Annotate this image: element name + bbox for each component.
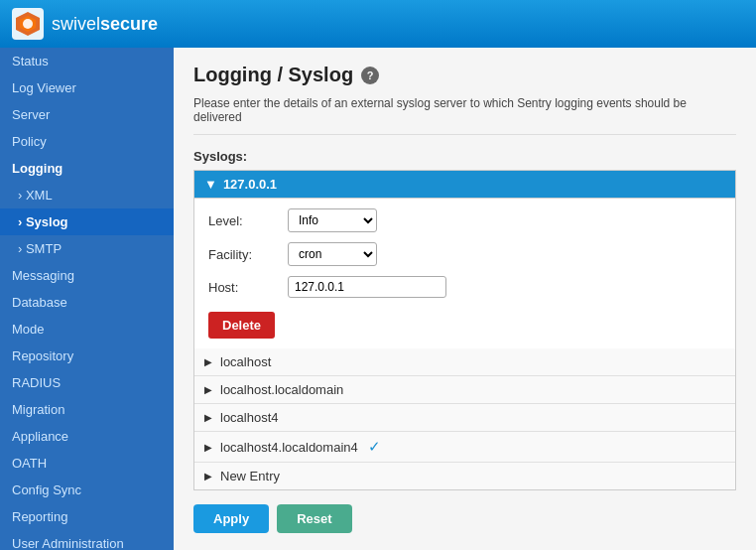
arrow-icon: ▶ [204,384,212,395]
sidebar-item-database[interactable]: Database [0,289,174,316]
sidebar-item-radius[interactable]: RADIUS [0,369,174,396]
sidebar-item-status[interactable]: Status [0,48,174,74]
syslog-form-127001: Level: Info Debug Warning Error Critical… [194,198,735,348]
arrow-icon: ▶ [204,442,212,453]
arrow-icon: ▼ [204,177,217,192]
arrow-icon: ▶ [204,412,212,423]
reset-button[interactable]: Reset [277,504,351,533]
level-row: Level: Info Debug Warning Error Critical [208,208,721,232]
sidebar-item-server[interactable]: Server [0,101,174,128]
host-row: Host: [208,276,721,298]
syslog-entry-localhost-localdomain[interactable]: ▶ localhost.localdomain [194,376,735,404]
check-icon: ✓ [368,438,381,456]
syslogs-label: Syslogs: [193,149,736,164]
sidebar-item-config-sync[interactable]: Config Sync [0,477,174,503]
page-header: Logging / Syslog ? [193,64,736,86]
arrow-icon: ▶ [204,471,212,481]
syslog-entry-label: localhost.localdomain [220,382,343,397]
sidebar-item-xml[interactable]: › XML [0,182,174,208]
sidebar: Status Log Viewer Server Policy Logging … [0,48,174,550]
sidebar-item-user-admin[interactable]: User Administration [0,530,174,550]
level-select[interactable]: Info Debug Warning Error Critical [288,208,377,232]
facility-select[interactable]: cron kern user mail daemon [288,242,377,266]
syslog-entry-label: 127.0.0.1 [223,177,277,192]
action-buttons: Apply Reset [193,504,736,533]
arrow-icon: ▶ [204,356,212,367]
syslog-entry-localhost4-localdomain4[interactable]: ▶ localhost4.localdomain4 ✓ [194,432,735,463]
logo-text: swivelsecure [52,14,158,35]
logo-icon [12,8,44,40]
page-title: Logging / Syslog [193,64,353,86]
sidebar-item-syslog[interactable]: › Syslog [0,208,174,235]
sidebar-item-policy[interactable]: Policy [0,128,174,155]
delete-button[interactable]: Delete [208,312,275,339]
page-description: Please enter the details of an external … [193,96,736,135]
logo: swivelsecure [12,8,158,40]
sidebar-item-migration[interactable]: Migration [0,396,174,423]
svg-point-3 [23,19,33,29]
syslog-entry-127001[interactable]: ▼ 127.0.0.1 [194,171,735,198]
syslog-entry-localhost4[interactable]: ▶ localhost4 [194,404,735,432]
app-header: swivelsecure [0,0,756,48]
syslog-list: ▼ 127.0.0.1 Level: Info Debug Warning Er… [193,170,736,490]
host-input[interactable] [288,276,446,298]
syslog-entry-label: New Entry [220,469,280,483]
sidebar-item-mode[interactable]: Mode [0,316,174,343]
host-label: Host: [208,280,288,295]
level-label: Level: [208,213,288,228]
sidebar-item-appliance[interactable]: Appliance [0,423,174,450]
sidebar-item-repository[interactable]: Repository [0,343,174,369]
sidebar-item-smtp[interactable]: › SMTP [0,235,174,262]
sidebar-item-oath[interactable]: OATH [0,450,174,477]
facility-label: Facility: [208,247,288,262]
sidebar-item-reporting[interactable]: Reporting [0,503,174,530]
syslog-entry-localhost[interactable]: ▶ localhost [194,348,735,376]
sidebar-item-log-viewer[interactable]: Log Viewer [0,74,174,101]
syslog-entry-label: localhost4.localdomain4 [220,440,358,455]
syslog-entry-new-entry[interactable]: ▶ New Entry [194,463,735,489]
apply-button[interactable]: Apply [193,504,269,533]
syslog-entry-label: localhost4 [220,410,279,425]
syslog-entry-label: localhost [220,354,271,369]
sidebar-item-messaging[interactable]: Messaging [0,262,174,289]
sidebar-item-logging[interactable]: Logging [0,155,174,182]
facility-row: Facility: cron kern user mail daemon [208,242,721,266]
main-content: Logging / Syslog ? Please enter the deta… [174,48,756,550]
help-icon[interactable]: ? [361,67,379,84]
